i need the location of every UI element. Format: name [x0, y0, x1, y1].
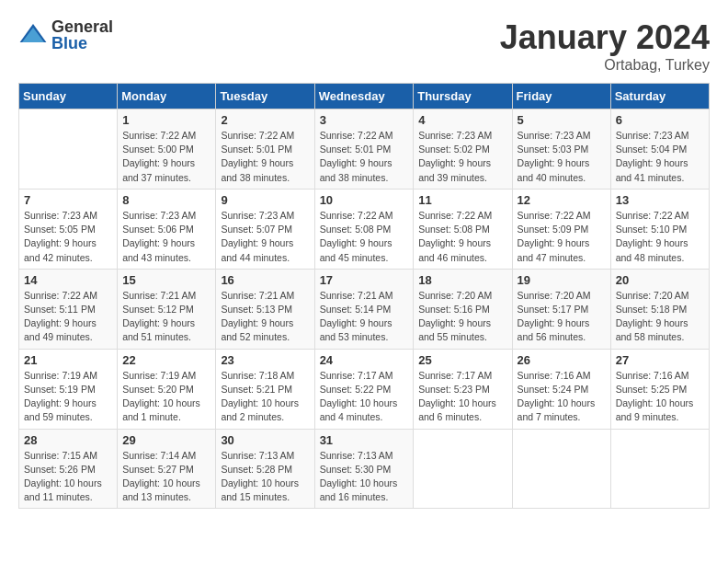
calendar-cell: 7Sunrise: 7:23 AMSunset: 5:05 PMDaylight… [19, 189, 118, 269]
day-info: Sunrise: 7:18 AMSunset: 5:21 PMDaylight:… [221, 369, 309, 425]
day-number: 9 [221, 193, 309, 207]
day-info: Sunrise: 7:15 AMSunset: 5:26 PMDaylight:… [24, 449, 112, 505]
calendar-week-row: 28Sunrise: 7:15 AMSunset: 5:26 PMDayligh… [19, 429, 710, 509]
logo-general-text: General [51, 18, 113, 35]
day-number: 26 [518, 353, 606, 367]
day-info: Sunrise: 7:13 AMSunset: 5:30 PMDaylight:… [320, 449, 409, 505]
calendar-cell: 19Sunrise: 7:20 AMSunset: 5:17 PMDayligh… [512, 269, 610, 349]
weekday-header-wednesday: Wednesday [314, 84, 414, 109]
calendar-cell: 31Sunrise: 7:13 AMSunset: 5:30 PMDayligh… [314, 429, 414, 509]
location: Ortabag, Turkey [500, 57, 710, 74]
day-number: 10 [320, 193, 409, 207]
day-info: Sunrise: 7:20 AMSunset: 5:17 PMDaylight:… [518, 289, 606, 345]
calendar-cell: 18Sunrise: 7:20 AMSunset: 5:16 PMDayligh… [414, 269, 512, 349]
calendar-cell: 3Sunrise: 7:22 AMSunset: 5:01 PMDaylight… [314, 109, 414, 190]
calendar-cell: 20Sunrise: 7:20 AMSunset: 5:18 PMDayligh… [610, 269, 709, 349]
calendar-cell: 12Sunrise: 7:22 AMSunset: 5:09 PMDayligh… [512, 189, 610, 269]
day-info: Sunrise: 7:16 AMSunset: 5:25 PMDaylight:… [616, 369, 704, 425]
calendar-cell: 26Sunrise: 7:16 AMSunset: 5:24 PMDayligh… [512, 349, 610, 429]
day-info: Sunrise: 7:22 AMSunset: 5:00 PMDaylight:… [122, 129, 210, 185]
day-info: Sunrise: 7:14 AMSunset: 5:27 PMDaylight:… [122, 449, 210, 505]
day-number: 19 [518, 273, 606, 287]
day-info: Sunrise: 7:22 AMSunset: 5:01 PMDaylight:… [221, 129, 309, 185]
day-number: 3 [320, 113, 409, 127]
day-number: 6 [616, 113, 704, 127]
calendar-cell: 10Sunrise: 7:22 AMSunset: 5:08 PMDayligh… [314, 189, 414, 269]
calendar-cell: 17Sunrise: 7:21 AMSunset: 5:14 PMDayligh… [314, 269, 414, 349]
day-number: 14 [24, 273, 112, 287]
day-info: Sunrise: 7:20 AMSunset: 5:16 PMDaylight:… [418, 289, 506, 345]
day-number: 30 [221, 433, 309, 447]
day-number: 16 [221, 273, 309, 287]
calendar-cell: 8Sunrise: 7:23 AMSunset: 5:06 PMDaylight… [118, 189, 216, 269]
day-info: Sunrise: 7:21 AMSunset: 5:13 PMDaylight:… [221, 289, 309, 345]
calendar-cell: 15Sunrise: 7:21 AMSunset: 5:12 PMDayligh… [118, 269, 216, 349]
calendar-cell: 6Sunrise: 7:23 AMSunset: 5:04 PMDaylight… [610, 109, 709, 190]
day-info: Sunrise: 7:22 AMSunset: 5:11 PMDaylight:… [24, 289, 112, 345]
calendar-cell: 23Sunrise: 7:18 AMSunset: 5:21 PMDayligh… [216, 349, 314, 429]
weekday-header-row: SundayMondayTuesdayWednesdayThursdayFrid… [19, 84, 710, 109]
day-info: Sunrise: 7:19 AMSunset: 5:19 PMDaylight:… [24, 369, 112, 425]
calendar-cell: 13Sunrise: 7:22 AMSunset: 5:10 PMDayligh… [610, 189, 709, 269]
calendar-cell: 9Sunrise: 7:23 AMSunset: 5:07 PMDaylight… [216, 189, 314, 269]
day-info: Sunrise: 7:20 AMSunset: 5:18 PMDaylight:… [616, 289, 704, 345]
calendar-week-row: 7Sunrise: 7:23 AMSunset: 5:05 PMDaylight… [19, 189, 710, 269]
day-info: Sunrise: 7:23 AMSunset: 5:02 PMDaylight:… [418, 129, 506, 185]
day-number: 25 [418, 353, 506, 367]
calendar-cell: 5Sunrise: 7:23 AMSunset: 5:03 PMDaylight… [512, 109, 610, 190]
calendar-cell [19, 109, 118, 190]
day-info: Sunrise: 7:21 AMSunset: 5:12 PMDaylight:… [122, 289, 210, 345]
day-info: Sunrise: 7:23 AMSunset: 5:05 PMDaylight:… [24, 209, 112, 265]
day-number: 23 [221, 353, 309, 367]
day-info: Sunrise: 7:17 AMSunset: 5:23 PMDaylight:… [418, 369, 506, 425]
day-info: Sunrise: 7:21 AMSunset: 5:14 PMDaylight:… [320, 289, 409, 345]
day-number: 8 [122, 193, 210, 207]
calendar-header: SundayMondayTuesdayWednesdayThursdayFrid… [19, 84, 710, 109]
calendar-cell: 1Sunrise: 7:22 AMSunset: 5:00 PMDaylight… [118, 109, 216, 190]
day-info: Sunrise: 7:19 AMSunset: 5:20 PMDaylight:… [122, 369, 210, 425]
day-info: Sunrise: 7:13 AMSunset: 5:28 PMDaylight:… [221, 449, 309, 505]
day-info: Sunrise: 7:22 AMSunset: 5:08 PMDaylight:… [418, 209, 506, 265]
day-number: 5 [518, 113, 606, 127]
day-number: 22 [122, 353, 210, 367]
weekday-header-saturday: Saturday [610, 84, 709, 109]
calendar-cell: 27Sunrise: 7:16 AMSunset: 5:25 PMDayligh… [610, 349, 709, 429]
day-number: 24 [320, 353, 409, 367]
calendar-table: SundayMondayTuesdayWednesdayThursdayFrid… [18, 83, 710, 509]
calendar-cell: 30Sunrise: 7:13 AMSunset: 5:28 PMDayligh… [216, 429, 314, 509]
day-number: 27 [616, 353, 704, 367]
day-info: Sunrise: 7:23 AMSunset: 5:07 PMDaylight:… [221, 209, 309, 265]
calendar-week-row: 21Sunrise: 7:19 AMSunset: 5:19 PMDayligh… [19, 349, 710, 429]
day-number: 2 [221, 113, 309, 127]
calendar-week-row: 14Sunrise: 7:22 AMSunset: 5:11 PMDayligh… [19, 269, 710, 349]
calendar-cell: 28Sunrise: 7:15 AMSunset: 5:26 PMDayligh… [19, 429, 118, 509]
day-number: 15 [122, 273, 210, 287]
day-number: 31 [320, 433, 409, 447]
day-number: 18 [418, 273, 506, 287]
day-number: 1 [122, 113, 210, 127]
calendar-cell [512, 429, 610, 509]
logo-icon [18, 20, 48, 50]
day-number: 17 [320, 273, 409, 287]
day-info: Sunrise: 7:23 AMSunset: 5:04 PMDaylight:… [616, 129, 704, 185]
calendar-cell: 14Sunrise: 7:22 AMSunset: 5:11 PMDayligh… [19, 269, 118, 349]
calendar-cell: 25Sunrise: 7:17 AMSunset: 5:23 PMDayligh… [414, 349, 512, 429]
title-section: January 2024 Ortabag, Turkey [500, 18, 710, 74]
day-number: 29 [122, 433, 210, 447]
weekday-header-monday: Monday [118, 84, 216, 109]
weekday-header-friday: Friday [512, 84, 610, 109]
weekday-header-thursday: Thursday [414, 84, 512, 109]
calendar-cell [610, 429, 709, 509]
day-number: 21 [24, 353, 112, 367]
calendar-week-row: 1Sunrise: 7:22 AMSunset: 5:00 PMDaylight… [19, 109, 710, 190]
day-info: Sunrise: 7:16 AMSunset: 5:24 PMDaylight:… [518, 369, 606, 425]
calendar-cell: 22Sunrise: 7:19 AMSunset: 5:20 PMDayligh… [118, 349, 216, 429]
day-number: 7 [24, 193, 112, 207]
day-info: Sunrise: 7:22 AMSunset: 5:01 PMDaylight:… [320, 129, 409, 185]
calendar-cell: 24Sunrise: 7:17 AMSunset: 5:22 PMDayligh… [314, 349, 414, 429]
calendar-cell: 21Sunrise: 7:19 AMSunset: 5:19 PMDayligh… [19, 349, 118, 429]
day-info: Sunrise: 7:17 AMSunset: 5:22 PMDaylight:… [320, 369, 409, 425]
calendar-cell: 16Sunrise: 7:21 AMSunset: 5:13 PMDayligh… [216, 269, 314, 349]
day-number: 13 [616, 193, 704, 207]
day-number: 11 [418, 193, 506, 207]
